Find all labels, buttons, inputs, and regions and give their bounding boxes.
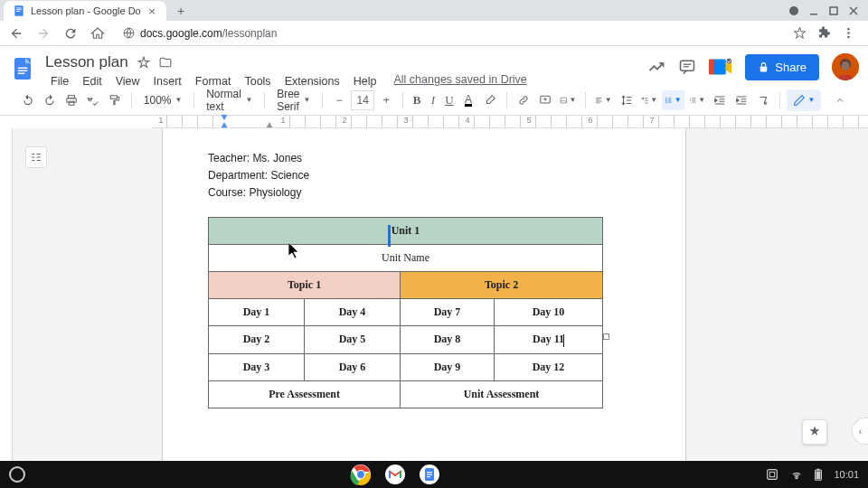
unit-assessment-cell[interactable]: Unit Assessment	[401, 380, 603, 408]
site-info-icon[interactable]	[123, 27, 135, 39]
department-line[interactable]: Department: Science	[208, 167, 685, 184]
menu-file[interactable]: File	[45, 73, 74, 89]
meet-icon[interactable]	[709, 57, 732, 77]
text-color-icon[interactable]: A	[458, 90, 478, 110]
paint-format-icon[interactable]	[105, 90, 125, 110]
extensions-icon[interactable]	[817, 26, 831, 40]
wifi-icon[interactable]	[790, 468, 803, 481]
topic-2-cell[interactable]: Topic 2	[401, 271, 603, 298]
numbered-list-icon[interactable]: 123▼	[686, 90, 709, 110]
collapse-toolbar-icon[interactable]	[830, 90, 850, 110]
right-indent-marker[interactable]	[266, 122, 273, 128]
redo-icon[interactable]	[40, 90, 60, 110]
side-panel-toggle[interactable]: ‹	[852, 418, 868, 445]
highlight-color-icon[interactable]	[480, 90, 500, 110]
zoom-select[interactable]: 100%▼	[138, 94, 188, 107]
first-line-indent-marker[interactable]	[221, 115, 228, 121]
bookmark-star-icon[interactable]	[793, 26, 807, 40]
italic-button[interactable]: I	[426, 90, 440, 110]
docs-logo-icon[interactable]	[9, 55, 36, 82]
align-icon[interactable]: ▼	[592, 90, 615, 110]
pre-assessment-cell[interactable]: Pre Assessment	[209, 380, 401, 408]
outline-toggle-button[interactable]	[25, 146, 47, 168]
day-cell[interactable]: Day 12	[494, 353, 602, 380]
line-spacing-icon[interactable]	[617, 90, 637, 110]
move-folder-icon[interactable]	[159, 56, 172, 69]
overflow-menu-icon[interactable]	[842, 26, 855, 40]
day-cell[interactable]: Day 3	[209, 353, 305, 380]
undo-icon[interactable]	[18, 90, 38, 110]
gmail-app-icon[interactable]	[384, 464, 406, 485]
unit-table[interactable]: Unit 1 Unit Name Topic 1 Topic 2 Day 1 D…	[208, 217, 603, 408]
menu-edit[interactable]: Edit	[77, 73, 108, 89]
back-icon[interactable]	[9, 26, 24, 41]
comment-icon[interactable]	[678, 58, 696, 76]
vertical-ruler[interactable]	[0, 128, 13, 481]
explore-button[interactable]	[802, 419, 827, 445]
paragraph-style-select[interactable]: Normal text▼	[201, 88, 258, 113]
forward-icon[interactable]	[36, 26, 51, 41]
underline-button[interactable]: U	[442, 90, 457, 110]
minimize-icon[interactable]	[808, 5, 819, 16]
menu-insert[interactable]: Insert	[148, 73, 187, 89]
bullet-list-icon[interactable]: ▼	[662, 90, 684, 110]
activity-icon[interactable]	[647, 58, 665, 76]
star-icon[interactable]	[137, 56, 150, 69]
docs-app-icon[interactable]	[419, 464, 440, 485]
battery-icon[interactable]	[814, 468, 823, 481]
record-icon[interactable]	[788, 5, 799, 16]
print-icon[interactable]	[61, 90, 81, 110]
home-icon[interactable]	[90, 26, 105, 41]
unit-name-cell[interactable]: Unit Name	[209, 244, 603, 271]
decrease-indent-icon[interactable]	[710, 90, 730, 110]
course-line[interactable]: Course: Physiology	[208, 184, 685, 202]
insert-image-icon[interactable]: ▼	[557, 90, 580, 110]
font-select[interactable]: Bree Serif▼	[271, 88, 316, 113]
day-cell[interactable]: Day 6	[305, 353, 401, 380]
font-size-increase[interactable]: +	[376, 90, 396, 110]
day-cell[interactable]: Day 9	[401, 353, 495, 380]
browser-tab-active[interactable]: Lesson plan - Google Docs ×	[4, 1, 166, 21]
teacher-line[interactable]: Teacher: Ms. Jones	[208, 150, 685, 167]
chrome-app-icon[interactable]	[350, 464, 372, 485]
page[interactable]: Teacher: Ms. Jones Department: Science C…	[162, 128, 686, 481]
day-cell[interactable]: Day 4	[305, 299, 401, 326]
launcher-button[interactable]	[9, 466, 25, 483]
account-avatar[interactable]	[832, 53, 859, 80]
clock[interactable]: 10:01	[834, 469, 859, 480]
document-title[interactable]: Lesson plan	[45, 53, 128, 71]
maximize-icon[interactable]	[828, 5, 839, 16]
font-size-decrease[interactable]: −	[329, 90, 349, 110]
menu-help[interactable]: Help	[348, 73, 382, 89]
save-status[interactable]: All changes saved in Drive	[394, 73, 527, 89]
spellcheck-icon[interactable]	[83, 90, 103, 110]
day-cell[interactable]: Day 8	[401, 326, 495, 353]
topic-1-cell[interactable]: Topic 1	[209, 271, 401, 298]
unit-header-cell[interactable]: Unit 1	[209, 217, 603, 244]
bold-button[interactable]: B	[410, 90, 424, 110]
day-cell[interactable]: Day 5	[305, 326, 401, 353]
left-indent-marker[interactable]	[221, 122, 228, 128]
tab-close-icon[interactable]: ×	[146, 5, 157, 16]
day-cell[interactable]: Day 10	[494, 299, 602, 326]
table-row-handle[interactable]	[603, 333, 609, 340]
horizontal-ruler[interactable]: 1 1 2 3 4 5 6 7	[0, 116, 868, 128]
url-field[interactable]: docs.google.com/lessonplan	[118, 27, 780, 40]
day-cell[interactable]: Day 7	[401, 299, 495, 326]
day-cell[interactable]: Day 2	[209, 326, 305, 353]
checklist-icon[interactable]: ▼	[638, 90, 661, 110]
reload-icon[interactable]	[63, 26, 78, 41]
day-cell[interactable]: Day 1	[209, 299, 305, 326]
add-comment-icon[interactable]	[535, 90, 555, 110]
font-size-input[interactable]: 14	[351, 90, 374, 110]
clear-formatting-icon[interactable]	[753, 90, 773, 110]
increase-indent-icon[interactable]	[731, 90, 751, 110]
insert-link-icon[interactable]	[514, 90, 533, 110]
menu-view[interactable]: View	[110, 73, 146, 89]
shelf-tote-icon[interactable]	[765, 467, 779, 482]
close-icon[interactable]	[848, 5, 859, 16]
editing-mode-button[interactable]: ▼	[787, 89, 821, 111]
day-cell-active[interactable]: Day 11	[494, 326, 602, 353]
new-tab-button[interactable]: +	[172, 2, 190, 20]
share-button[interactable]: Share	[745, 54, 819, 80]
